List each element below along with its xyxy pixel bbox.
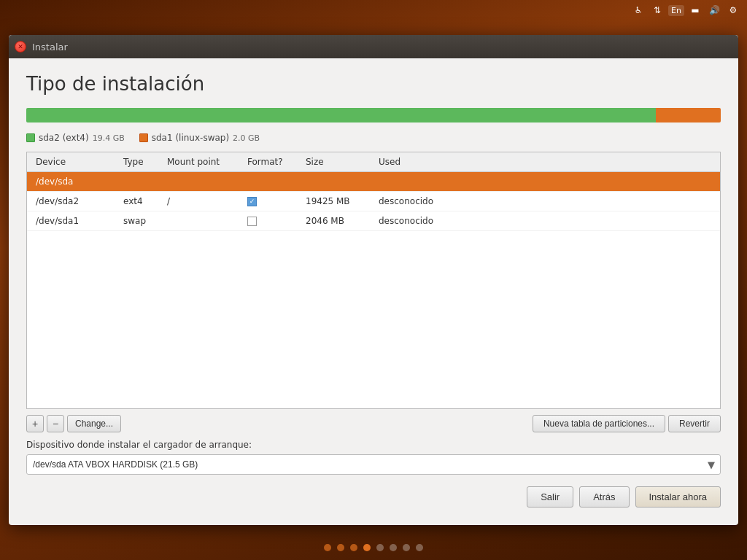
th-used: Used <box>376 155 714 168</box>
legend-dot-orange <box>139 133 148 142</box>
dot-4 <box>376 544 384 551</box>
nav-buttons: Salir Atrás Instalar ahora <box>26 479 721 510</box>
main-window: ✕ Instalar Tipo de instalación sda2 (ext… <box>9 35 738 525</box>
td-type: swap <box>120 214 164 228</box>
table-body: /dev/sda /dev/sda2 ext4 / 19425 MB <box>27 172 720 408</box>
legend-label-sda1: sda1 (linux-swap) <box>152 133 229 143</box>
td-mount <box>164 180 244 183</box>
titlebar: ✕ Instalar <box>9 35 738 58</box>
settings-icon[interactable]: ⚙ <box>725 2 741 18</box>
bootloader-label: Dispositivo donde instalar el cargador d… <box>26 440 721 450</box>
network-icon[interactable]: ⇅ <box>649 2 665 18</box>
td-format[interactable] <box>244 215 303 228</box>
volume-icon[interactable]: 🔊 <box>706 2 722 18</box>
td-mount: / <box>164 195 244 208</box>
td-used <box>376 180 714 183</box>
th-format: Format? <box>244 155 303 168</box>
revertir-button[interactable]: Revertir <box>668 415 721 432</box>
change-button[interactable]: Change... <box>67 415 121 432</box>
add-partition-button[interactable]: + <box>26 415 44 432</box>
legend-size-sda2: 19.4 GB <box>93 133 125 143</box>
legend-dot-green <box>26 133 35 142</box>
td-format <box>244 180 303 183</box>
atras-button[interactable]: Atrás <box>579 486 629 508</box>
th-type: Type <box>120 155 164 168</box>
td-mount <box>164 219 244 222</box>
partition-sda2-bar <box>26 108 656 122</box>
table-row[interactable]: /dev/sda1 swap 2046 MB desconocido <box>27 211 720 231</box>
td-used: desconocido <box>376 195 714 208</box>
salir-button[interactable]: Salir <box>527 486 573 508</box>
keyboard-layout[interactable]: En <box>668 5 684 16</box>
dot-1 <box>337 544 344 551</box>
partition-table: Device Type Mount point Format? Size Use… <box>26 152 721 409</box>
th-device: Device <box>33 155 120 168</box>
format-checkbox[interactable] <box>247 217 257 226</box>
close-button[interactable]: ✕ <box>15 41 26 52</box>
td-device: /dev/sda2 <box>33 195 120 208</box>
legend-size-sda1: 2.0 GB <box>233 133 260 143</box>
remove-partition-button[interactable]: − <box>47 415 64 432</box>
table-header: Device Type Mount point Format? Size Use… <box>27 152 720 172</box>
partition-bar <box>26 108 721 122</box>
bootloader-section: Dispositivo donde instalar el cargador d… <box>26 435 721 479</box>
system-bar: ♿ ⇅ En ▬ 🔊 ⚙ <box>624 0 747 20</box>
td-size: 2046 MB <box>303 214 376 228</box>
td-size: 19425 MB <box>303 195 376 208</box>
window-title: Instalar <box>32 42 68 52</box>
dot-2 <box>350 544 357 551</box>
table-row[interactable]: /dev/sda2 ext4 / 19425 MB desconocido <box>27 192 720 211</box>
window-content: Tipo de instalación sda2 (ext4) 19.4 GB … <box>9 58 738 525</box>
dot-5 <box>390 544 397 551</box>
partition-legend: sda2 (ext4) 19.4 GB sda1 (linux-swap) 2.… <box>26 133 721 143</box>
bootloader-select-wrapper: /dev/sda ATA VBOX HARDDISK (21.5 GB) ▼ <box>26 454 721 475</box>
nueva-tabla-button[interactable]: Nueva tabla de particiones... <box>533 415 665 432</box>
legend-item-sda1: sda1 (linux-swap) 2.0 GB <box>139 133 260 143</box>
battery-icon[interactable]: ▬ <box>687 2 703 18</box>
th-mount: Mount point <box>164 155 244 168</box>
td-device: /dev/sda1 <box>33 214 120 228</box>
partition-sda1-bar <box>656 108 721 122</box>
format-checkbox[interactable] <box>247 197 257 206</box>
bootloader-select[interactable]: /dev/sda ATA VBOX HARDDISK (21.5 GB) <box>26 454 721 475</box>
accessibility-icon[interactable]: ♿ <box>630 2 646 18</box>
partition-bar-container <box>26 108 721 122</box>
legend-item-sda2: sda2 (ext4) 19.4 GB <box>26 133 125 143</box>
td-type <box>120 180 164 183</box>
page-title: Tipo de instalación <box>26 73 721 95</box>
dot-3 <box>363 544 371 551</box>
td-device: /dev/sda <box>33 175 120 188</box>
table-row[interactable]: /dev/sda <box>27 172 720 192</box>
td-size <box>303 180 376 183</box>
dot-6 <box>403 544 410 551</box>
td-type: ext4 <box>120 195 164 208</box>
legend-label-sda2: sda2 (ext4) <box>39 133 89 143</box>
bottom-controls: + − Change... Nueva tabla de particiones… <box>26 409 721 435</box>
th-size: Size <box>303 155 376 168</box>
td-used: desconocido <box>376 214 714 228</box>
dot-7 <box>416 544 423 551</box>
td-format[interactable] <box>244 195 303 208</box>
instalar-ahora-button[interactable]: Instalar ahora <box>635 486 721 508</box>
progress-dots <box>324 544 423 551</box>
dot-0 <box>324 544 331 551</box>
